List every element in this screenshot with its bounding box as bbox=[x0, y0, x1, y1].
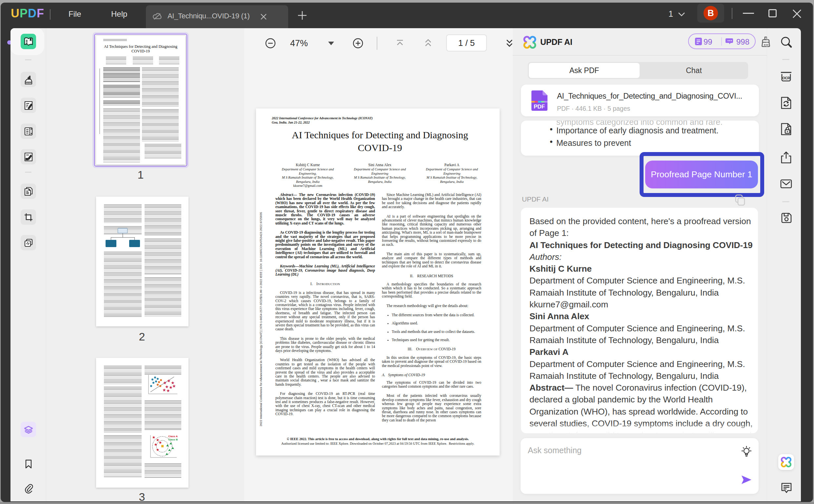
svg-text:Class B: Class B bbox=[168, 438, 178, 441]
svg-text:Class A: Class A bbox=[168, 435, 178, 438]
svg-text:★: ★ bbox=[166, 389, 170, 393]
svg-text:★: ★ bbox=[163, 381, 166, 385]
svg-text:★: ★ bbox=[152, 436, 155, 439]
svg-text:PDF: PDF bbox=[534, 104, 545, 110]
svg-text:★: ★ bbox=[154, 443, 157, 446]
svg-text:★: ★ bbox=[163, 388, 166, 392]
svg-text:★: ★ bbox=[172, 384, 176, 388]
svg-text:OCR: OCR bbox=[782, 76, 790, 80]
svg-text:★: ★ bbox=[159, 441, 162, 444]
svg-text:★: ★ bbox=[156, 448, 159, 452]
svg-text:★: ★ bbox=[167, 379, 170, 383]
